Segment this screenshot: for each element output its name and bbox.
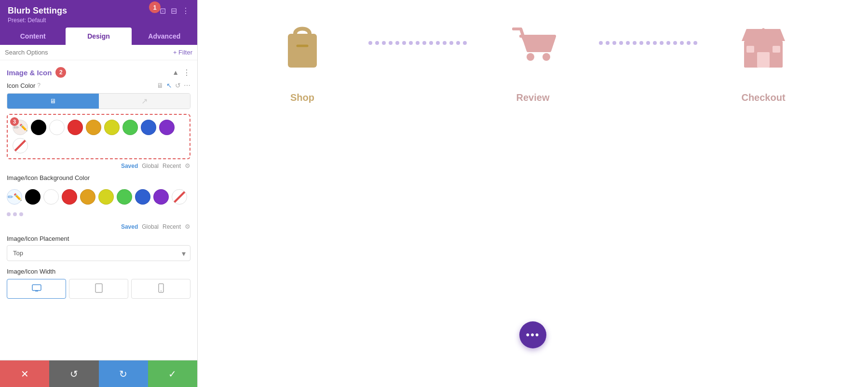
- collapse-chevron-icon[interactable]: ▲: [172, 69, 179, 76]
- save-button[interactable]: ✓: [148, 360, 197, 387]
- undo-button[interactable]: ↺: [49, 360, 98, 387]
- more-field-icon[interactable]: ⋯: [184, 82, 190, 89]
- columns-icon[interactable]: ⊟: [171, 6, 177, 15]
- width-tab-desktop[interactable]: [7, 279, 66, 299]
- dot: [422, 41, 426, 45]
- canvas-item-review: Review: [467, 19, 599, 103]
- panel-content: Image & Icon 2 ▲ ⋮ Icon Color ? 🖥 ↖ ↺ ⋯: [0, 60, 197, 360]
- color-tab-recent[interactable]: Recent: [163, 163, 181, 169]
- width-field-group: Image/Icon Width: [7, 268, 190, 299]
- device-tab-right[interactable]: ↗: [99, 94, 190, 109]
- bg-color-red[interactable]: [62, 189, 77, 205]
- bg-color-blue[interactable]: [135, 189, 150, 205]
- cursor-icon[interactable]: ↖: [166, 82, 172, 89]
- canvas-label-checkout: Checkout: [741, 92, 785, 103]
- search-row: + Filter: [0, 45, 197, 60]
- section-title: Image & Icon 2: [7, 67, 66, 78]
- placement-field-group: Image/Icon Placement Top Left Right Bott…: [7, 235, 190, 261]
- tab-advanced[interactable]: Advanced: [132, 28, 197, 45]
- color-green[interactable]: [122, 120, 138, 135]
- color-white[interactable]: [49, 120, 65, 135]
- section-menu-icon[interactable]: ⋮: [183, 68, 190, 77]
- width-tab-mobile[interactable]: [131, 279, 190, 299]
- more-icon[interactable]: ⋮: [182, 6, 190, 15]
- bg-color-picker-swatch[interactable]: ✏: [7, 189, 22, 205]
- bg-color-none[interactable]: [172, 189, 187, 205]
- svg-point-4: [161, 290, 162, 291]
- dot: [456, 41, 460, 45]
- svg-rect-13: [773, 46, 780, 53]
- svg-rect-2: [95, 284, 102, 292]
- dot: [680, 41, 684, 45]
- color-yellow[interactable]: [104, 120, 120, 135]
- desktop-icon[interactable]: 🖥: [157, 82, 163, 89]
- icon-color-row: Icon Color ? 🖥 ↖ ↺ ⋯: [7, 82, 190, 89]
- canvas-item-shop: Shop: [236, 19, 368, 103]
- panel-title: Blurb Settings: [8, 6, 67, 16]
- icon-color-palette: 3 ✏: [7, 114, 190, 159]
- bg-color-white[interactable]: [43, 189, 59, 205]
- dot: [382, 41, 386, 45]
- color-tabs-row: Saved Global Recent ⚙: [7, 162, 190, 169]
- svg-point-7: [527, 53, 534, 61]
- fab-button[interactable]: •••: [519, 321, 546, 348]
- reset-icon[interactable]: ↺: [175, 82, 181, 89]
- color-orange[interactable]: [86, 120, 101, 135]
- dot: [639, 41, 643, 45]
- section-header-icons: ▲ ⋮: [172, 68, 190, 77]
- bg-color-tab-saved[interactable]: Saved: [121, 223, 138, 230]
- canvas-item-checkout: Checkout: [697, 19, 829, 103]
- help-icon[interactable]: ?: [37, 82, 41, 89]
- color-red[interactable]: [68, 120, 83, 135]
- dot: [389, 41, 393, 45]
- icon-color-label: Icon Color ?: [7, 82, 41, 89]
- color-purple[interactable]: [159, 120, 175, 135]
- cancel-button[interactable]: ✕: [0, 360, 49, 387]
- dot: [633, 41, 637, 45]
- placement-select[interactable]: Top Left Right Bottom: [7, 245, 190, 261]
- bg-color-field-group: Image/Icon Background Color ✏: [7, 174, 190, 216]
- svg-rect-11: [757, 52, 770, 68]
- color-none[interactable]: [13, 138, 28, 153]
- dot-1: [7, 212, 11, 216]
- filter-button[interactable]: + Filter: [173, 49, 192, 56]
- dot: [368, 41, 372, 45]
- dot: [673, 41, 677, 45]
- dot: [375, 41, 379, 45]
- shop-icon: [278, 19, 326, 83]
- width-tab-tablet[interactable]: [69, 279, 128, 299]
- color-blue[interactable]: [141, 120, 156, 135]
- dot: [599, 41, 603, 45]
- svg-rect-1: [35, 290, 38, 291]
- bg-color-tab-recent[interactable]: Recent: [163, 223, 181, 230]
- dots-line-2: [599, 41, 697, 45]
- search-input[interactable]: [5, 49, 170, 56]
- dot: [409, 41, 413, 45]
- left-panel: Blurb Settings ⊡ ⊟ ⋮ Preset: Default 1 C…: [0, 0, 198, 387]
- color-settings-icon[interactable]: ⚙: [185, 162, 190, 169]
- bg-color-settings-icon[interactable]: ⚙: [185, 223, 190, 230]
- svg-rect-0: [32, 285, 41, 290]
- color-black[interactable]: [31, 120, 46, 135]
- panel-header-icons: ⊡ ⊟ ⋮: [160, 6, 190, 15]
- bottom-bar: ✕ ↺ ↻ ✓: [0, 360, 197, 387]
- bg-color-yellow[interactable]: [98, 189, 114, 205]
- bg-color-purple[interactable]: [153, 189, 169, 205]
- placement-label: Image/Icon Placement: [7, 235, 190, 242]
- preset-label[interactable]: Preset: Default: [8, 17, 46, 24]
- tab-design[interactable]: Design: [66, 28, 131, 45]
- connector-1: [368, 19, 467, 45]
- tab-content[interactable]: Content: [0, 28, 66, 45]
- bg-color-tab-global[interactable]: Global: [142, 223, 159, 230]
- color-tab-saved[interactable]: Saved: [121, 163, 138, 169]
- bg-color-green[interactable]: [117, 189, 132, 205]
- bg-color-black[interactable]: [25, 189, 41, 205]
- bg-color-palette: ✏: [7, 184, 190, 209]
- bg-color-orange[interactable]: [80, 189, 95, 205]
- redo-button[interactable]: ↻: [99, 360, 148, 387]
- color-picker-swatch[interactable]: 3 ✏: [13, 120, 28, 135]
- svg-rect-12: [746, 46, 754, 53]
- color-tab-global[interactable]: Global: [142, 163, 159, 169]
- badge-1: 1: [149, 1, 161, 13]
- device-tab-desktop[interactable]: 🖥: [7, 94, 99, 109]
